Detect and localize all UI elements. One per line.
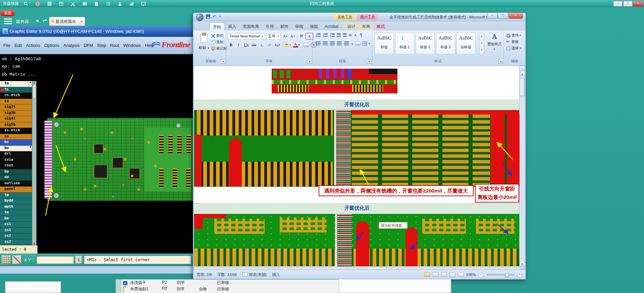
layer-row-cvia[interactable]: cvia [0,157,32,163]
change-case-icon[interactable]: Aa▼ [274,42,281,48]
tab-设计[interactable]: 设计 [344,22,359,30]
style-tile-1[interactable]: AaBbC标题 [375,33,394,54]
justify-icon[interactable] [337,42,342,46]
layer-panel-scrollbar[interactable]: ▲ ▼ [32,81,37,245]
save-icon[interactable] [206,14,210,19]
tab-引用[interactable]: 引用 [262,22,277,30]
styles-dialog-launcher[interactable]: ◢ [498,59,503,64]
hamburger-menu-icon[interactable] [4,18,12,24]
font-family-combo[interactable]: Times New Roman▼ [228,33,265,40]
select-button[interactable]: 选择▼ [506,46,521,51]
tab-邮件[interactable]: 邮件 [277,22,292,30]
undo-icon[interactable]: ↶ [213,14,216,19]
fullscreen-view-icon[interactable] [433,272,438,277]
menu-options[interactable]: Options [44,43,59,48]
list-icon[interactable] [106,1,111,6]
layer-row-tp[interactable]: tp [0,193,32,199]
layer-row-dd[interactable]: dd [0,175,32,181]
copy-button[interactable]: 复制 [211,40,227,45]
pcb-image-1[interactable] [194,110,520,187]
zoom-slider[interactable] [486,274,515,275]
gallery-down-icon[interactable]: ▼ [480,40,484,47]
layer-row-be[interactable]: be [0,216,32,222]
globe-icon[interactable] [35,1,40,6]
sort-icon[interactable]: A↓ [354,33,358,37]
document-vertical-scrollbar[interactable]: ≡ ▲ ▼ [519,66,525,266]
layer-row-rout[interactable]: rout [0,163,32,169]
style-tile-2[interactable]: 1、标题 1 [395,33,414,54]
dropdown-arrow-icon[interactable]: ▼ [30,81,31,84]
ge-canvas[interactable]: ob : 6g1h9017a0 ep: cam ob Matrix ... to… [0,54,193,253]
paste-button[interactable]: 粘贴 ▼ [198,32,211,59]
style-tile-3[interactable]: AaBbC标题 2 [416,33,435,54]
scroll-up-icon[interactable]: ▲ [520,71,525,76]
print-layout-view-icon[interactable] [424,272,430,277]
layer-row-cs1[interactable]: cs1 [0,222,32,228]
flow-table-row[interactable]: 外层蚀刻1P2刘平合格已审核 [121,286,339,293]
tab-Acrobat[interactable]: Acrobat [321,22,342,30]
monitor-icon[interactable] [141,1,146,6]
scroll-down-icon[interactable]: ▼ [520,261,525,266]
menu-file[interactable]: File [3,43,10,48]
tab-close-icon[interactable]: × [80,19,83,24]
layer-row-te[interactable]: te [0,210,32,216]
clipboard-dialog-launcher[interactable]: ◢ [221,59,225,64]
gallery-up-icon[interactable]: ▲ [480,33,484,40]
tab-布局[interactable]: 布局 [359,22,373,30]
align-center-icon[interactable] [323,42,328,46]
layer-row-cs2[interactable]: cs2 [0,233,32,239]
nav-back-icon[interactable]: ◀ [36,18,38,23]
word-restore-button[interactable]: □ [498,13,508,19]
numbering-icon[interactable] [323,33,328,38]
grow-font-icon[interactable]: A▲ [282,33,288,40]
italic-icon[interactable]: I [235,42,242,48]
align-right-icon[interactable] [330,42,335,46]
layer-row-sig2t[interactable]: sig2t [0,104,32,111]
scroll-up-icon[interactable]: ▲ [33,81,36,84]
layer-row-bo[interactable]: bo▼ [0,146,32,152]
layer-row-ss.etch[interactable]: ss.etch [0,128,32,134]
insert-mode[interactable]: 插入 [272,272,280,277]
phonetic-guide-icon[interactable]: 拼 [298,33,305,40]
web-layout-view-icon[interactable] [441,272,447,277]
gallery-more-icon[interactable]: ▼ [480,47,484,54]
ge-title-bar[interactable]: Graphic Editor 9.07b2 (00@HY-HYCAM-PC148… [0,26,193,37]
tab-页面布局[interactable]: 页面布局 [239,22,262,30]
outline-view-icon[interactable] [449,272,455,277]
layer-row-ss1[interactable]: ss1 [0,228,32,234]
distribute-icon[interactable] [344,42,349,46]
style-tile-4[interactable]: AaBbC标题 3 [436,33,455,54]
draft-view-icon[interactable] [458,272,464,277]
decrease-indent-icon[interactable] [337,33,341,38]
pcb-image-2[interactable]: 插头处开满窗。 [194,214,520,266]
style-tile-5[interactable]: AaBbC副标题 [457,33,476,54]
menu-windows[interactable]: Windows [123,43,141,48]
scrollbar-thumb[interactable] [520,78,525,96]
layer-row-drl[interactable]: drl [0,151,32,157]
layer-row-bp[interactable]: bp [0,169,32,175]
shrink-font-icon[interactable]: A▼ [289,33,296,40]
layer-row-mpth[interactable]: mpth [0,204,32,210]
xy-input[interactable] [36,256,74,264]
line-spacing-icon[interactable]: ↕▼ [351,42,354,46]
layer-row-ts[interactable]: ts [0,87,32,93]
table-icon[interactable] [59,1,64,6]
page-indicator[interactable]: 页面: 2/8 [197,272,212,277]
flow-table-row[interactable]: ✓水洗烘干P2刘平已审核 [121,280,339,286]
search-icon[interactable] [23,1,29,6]
tab-审阅[interactable]: 审阅 [292,22,307,30]
dropdown-arrow-icon[interactable]: ▼ [30,146,31,149]
zoom-out-button[interactable]: − [479,272,484,277]
job-matrix-link[interactable]: ob Matrix ... [2,72,36,77]
layer-row-ss[interactable]: ss [0,134,32,140]
grid-tool-button[interactable] [2,255,11,264]
borders-icon[interactable] [362,42,367,46]
user-icon[interactable] [117,1,122,6]
word-close-button[interactable]: × [508,13,523,19]
highlight-color-icon[interactable]: ab▼ [284,42,291,48]
tab-视图[interactable]: 视图 [307,22,321,30]
office-button[interactable] [196,13,204,21]
layer-row-sig5b[interactable]: sig5b [0,122,32,128]
layer-row-bs[interactable]: bs [0,140,32,146]
qat-dropdown-icon[interactable]: ▼ [219,15,221,18]
